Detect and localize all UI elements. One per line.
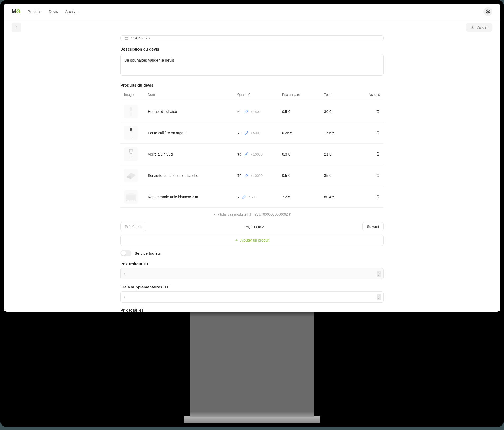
delete-button[interactable] — [376, 173, 380, 178]
traiteur-price-wrap: ▲ ▼ — [120, 268, 384, 279]
pencil-icon[interactable] — [242, 195, 246, 199]
traiteur-toggle-label: Service traiteur — [135, 251, 161, 256]
product-unit-price: 0.3 € — [278, 144, 320, 165]
frais-step-up[interactable]: ▲ — [377, 294, 381, 297]
products-tbody: Housse de chaise 60 / 1500 0.5 € 30 € Pe… — [120, 101, 384, 208]
product-stock: / 1500 — [251, 110, 261, 114]
col-quantite: Quantité — [234, 88, 278, 101]
pencil-icon[interactable] — [244, 109, 249, 114]
svg-point-4 — [130, 128, 132, 131]
svg-rect-2 — [125, 37, 128, 40]
delete-button[interactable] — [376, 131, 380, 136]
chevron-left-icon — [14, 26, 18, 29]
frais-step-down[interactable]: ▼ — [377, 297, 381, 300]
add-product-label: Ajouter un produit — [240, 238, 270, 242]
svg-point-3 — [130, 107, 132, 111]
total-ht-label: Prix total HT — [120, 308, 384, 312]
delete-button[interactable] — [376, 152, 380, 157]
svg-rect-5 — [131, 131, 131, 137]
product-name: Nappe ronde unie blanche 3 m — [144, 186, 234, 208]
valider-button[interactable]: Valider — [466, 23, 492, 32]
product-unit-price: 0.5 € — [278, 101, 320, 122]
description-label: Description du devis — [120, 47, 384, 51]
delete-button[interactable] — [376, 194, 380, 199]
col-total: Total — [320, 88, 363, 101]
nav-archives[interactable]: Archives — [65, 9, 80, 14]
products-table: Image Nom Quantité Prix unitaire Total A… — [120, 88, 384, 208]
back-button[interactable] — [12, 23, 21, 32]
product-total: 21 € — [320, 144, 363, 165]
nav-devis[interactable]: Devis — [49, 9, 58, 14]
product-qty: 70 — [237, 173, 242, 178]
add-product-button[interactable]: Ajouter un produit — [120, 235, 384, 246]
product-unit-price: 0.25 € — [278, 122, 320, 144]
svg-point-1 — [487, 11, 489, 12]
product-qty: 7 — [237, 195, 239, 199]
screen: MG Produits Devis Archives Valider — [4, 4, 500, 312]
product-name: Petite cuillère en argent — [144, 122, 234, 144]
table-row: Petite cuillère en argent 70 / 5000 0.25… — [120, 122, 384, 144]
download-icon — [471, 26, 474, 29]
traiteur-price-input[interactable] — [120, 268, 384, 279]
monitor-base — [184, 416, 320, 423]
nav-produits[interactable]: Produits — [28, 9, 41, 14]
monitor-frame: MG Produits Devis Archives Valider — [0, 0, 504, 427]
product-thumb — [124, 126, 138, 140]
product-name: Housse de chaise — [144, 101, 234, 122]
pencil-icon[interactable] — [244, 173, 249, 178]
col-image: Image — [120, 88, 144, 101]
topbar-left: MG Produits Devis Archives — [12, 8, 80, 15]
date-value: 15/04/2025 — [131, 36, 150, 40]
products-total-line: Prix total des produits HT : 233.7000000… — [120, 208, 384, 221]
logo: MG — [12, 8, 20, 15]
pencil-icon[interactable] — [244, 131, 249, 135]
topbar: MG Produits Devis Archives — [4, 4, 500, 19]
plus-icon — [235, 238, 238, 242]
col-nom: Nom — [144, 88, 234, 101]
product-qty: 60 — [237, 109, 242, 114]
monitor-stand — [190, 312, 314, 417]
table-row: Housse de chaise 60 / 1500 0.5 € 30 € — [120, 101, 384, 122]
product-total: 50.4 € — [320, 186, 363, 208]
logo-g: G — [16, 8, 20, 15]
prev-page-button[interactable]: Précédent — [120, 222, 146, 231]
product-qty: 70 — [237, 131, 242, 135]
traiteur-toggle-row: Service traiteur — [120, 250, 384, 256]
frais-wrap: ▲ ▼ — [120, 291, 384, 303]
valider-label: Valider — [476, 25, 488, 29]
product-thumb — [124, 147, 138, 161]
product-thumb — [124, 105, 138, 118]
product-stock: / 500 — [249, 195, 256, 199]
calendar-icon — [124, 36, 129, 40]
product-thumb — [124, 169, 138, 182]
product-qty: 70 — [237, 152, 242, 157]
frais-stepper: ▲ ▼ — [377, 294, 381, 300]
product-stock: / 10000 — [251, 174, 263, 178]
subheader: Valider — [4, 19, 500, 35]
products-section-title: Produits du devis — [120, 83, 384, 87]
traiteur-toggle[interactable] — [120, 250, 131, 256]
product-name: Verre à vin 30cl — [144, 144, 234, 165]
traiteur-step-up[interactable]: ▲ — [377, 271, 381, 274]
description-textarea[interactable] — [120, 54, 384, 76]
col-prix: Prix unitaire — [278, 88, 320, 101]
pencil-icon[interactable] — [244, 152, 249, 156]
date-field[interactable]: 15/04/2025 — [120, 35, 384, 41]
delete-button[interactable] — [376, 109, 380, 114]
trash-icon — [376, 173, 380, 177]
frais-label: Frais supplémentaires HT — [120, 285, 384, 289]
product-unit-price: 0.5 € — [278, 165, 320, 186]
traiteur-stepper: ▲ ▼ — [377, 271, 381, 277]
product-unit-price: 7.2 € — [278, 186, 320, 208]
logo-m: M — [12, 8, 16, 15]
traiteur-step-down[interactable]: ▼ — [377, 274, 381, 277]
trash-icon — [376, 109, 380, 113]
table-row: Nappe ronde unie blanche 3 m 7 / 500 7.2… — [120, 186, 384, 208]
frais-input[interactable] — [120, 291, 384, 303]
product-total: 35 € — [320, 165, 363, 186]
user-menu-button[interactable] — [483, 7, 492, 16]
user-circle-icon — [486, 9, 490, 14]
page-info: Page 1 sur 2 — [245, 225, 264, 229]
next-page-button[interactable]: Suivant — [362, 222, 384, 231]
product-stock: / 10000 — [251, 152, 263, 156]
